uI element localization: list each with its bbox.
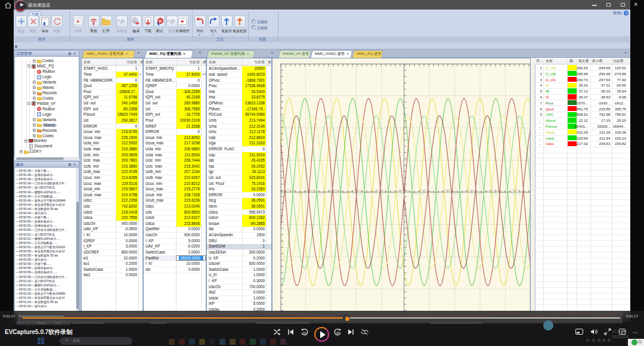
svg-text:R: R	[159, 18, 162, 24]
svg-text:10: 10	[303, 331, 306, 335]
svg-text:C: C	[133, 18, 136, 23]
svg-text:30: 30	[336, 331, 340, 335]
